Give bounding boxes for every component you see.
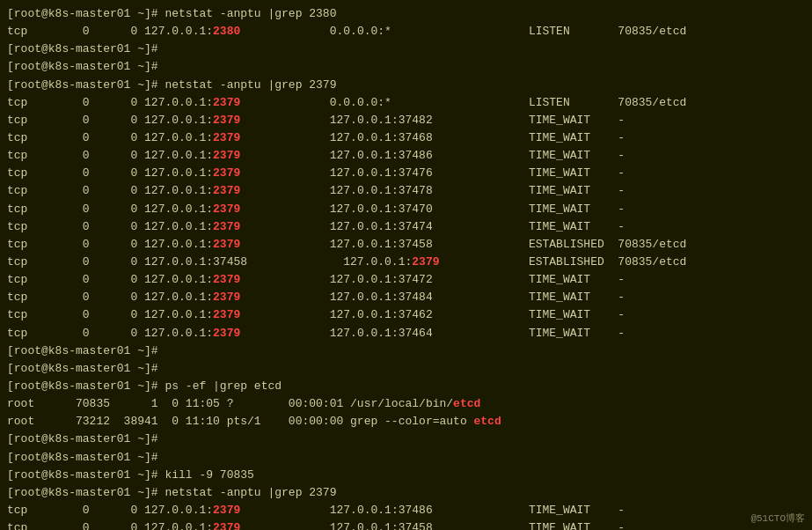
line-29: tcp 0 0 127.0.0.1:2379 127.0.0.1:37486 T… [7, 502, 805, 519]
line-21: [root@k8s-master01 ~]# [7, 360, 805, 378]
line-27: [root@k8s-master01 ~]# kill -9 70835 [7, 467, 805, 484]
line-5: [root@k8s-master01 ~]# netstat -anptu |g… [7, 77, 805, 94]
line-13: tcp 0 0 127.0.0.1:2379 127.0.0.1:37474 T… [7, 218, 805, 236]
line-4: [root@k8s-master01 ~]# [7, 58, 805, 76]
line-16: tcp 0 0 127.0.0.1:2379 127.0.0.1:37472 T… [7, 271, 805, 289]
line-17: tcp 0 0 127.0.0.1:2379 127.0.0.1:37484 T… [7, 289, 805, 306]
watermark: @51CTO博客 [750, 512, 805, 525]
line-25: [root@k8s-master01 ~]# [7, 431, 805, 448]
line-9: tcp 0 0 127.0.0.1:2379 127.0.0.1:37486 T… [7, 147, 805, 165]
line-26: [root@k8s-master01 ~]# [7, 449, 805, 467]
line-8: tcp 0 0 127.0.0.1:2379 127.0.0.1:37468 T… [7, 129, 805, 147]
line-1: [root@k8s-master01 ~]# netstat -anptu |g… [7, 5, 805, 23]
line-12: tcp 0 0 127.0.0.1:2379 127.0.0.1:37470 T… [7, 201, 805, 218]
line-2: tcp 0 0 127.0.0.1:2380 0.0.0.0:* LISTEN … [7, 23, 805, 40]
line-30: tcp 0 0 127.0.0.1:2379 127.0.0.1:37458 T… [7, 519, 805, 530]
line-15: tcp 0 0 127.0.0.1:37458 127.0.0.1:2379 E… [7, 254, 805, 271]
line-6: tcp 0 0 127.0.0.1:2379 0.0.0.0:* LISTEN … [7, 94, 805, 112]
line-18: tcp 0 0 127.0.0.1:2379 127.0.0.1:37462 T… [7, 306, 805, 324]
line-11: tcp 0 0 127.0.0.1:2379 127.0.0.1:37478 T… [7, 182, 805, 200]
line-20: [root@k8s-master01 ~]# [7, 342, 805, 360]
line-23: root 70835 1 0 11:05 ? 00:00:01 /usr/loc… [7, 395, 805, 413]
terminal: [root@k8s-master01 ~]# netstat -anptu |g… [7, 5, 805, 530]
line-7: tcp 0 0 127.0.0.1:2379 127.0.0.1:37482 T… [7, 112, 805, 129]
line-24: root 73212 38941 0 11:10 pts/1 00:00:00 … [7, 413, 805, 431]
line-22: [root@k8s-master01 ~]# ps -ef |grep etcd [7, 378, 805, 395]
line-3: [root@k8s-master01 ~]# [7, 40, 805, 58]
line-10: tcp 0 0 127.0.0.1:2379 127.0.0.1:37476 T… [7, 165, 805, 182]
line-14: tcp 0 0 127.0.0.1:2379 127.0.0.1:37458 E… [7, 236, 805, 254]
line-19: tcp 0 0 127.0.0.1:2379 127.0.0.1:37464 T… [7, 325, 805, 342]
line-28: [root@k8s-master01 ~]# netstat -anptu |g… [7, 484, 805, 502]
